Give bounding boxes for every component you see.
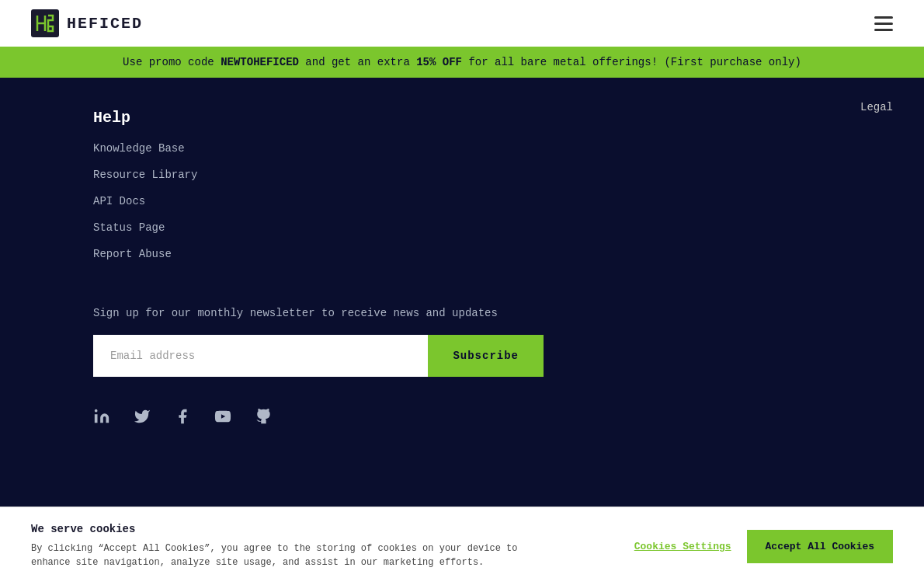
newsletter-text: Sign up for our monthly newsletter to re…: [93, 307, 893, 319]
subscribe-button[interactable]: Subscribe: [428, 335, 544, 377]
logo-area: HEFICED: [31, 9, 143, 37]
github-icon[interactable]: [255, 408, 272, 425]
logo-text: HEFICED: [67, 15, 143, 33]
cookie-title: We serve cookies: [31, 523, 544, 535]
help-link-knowledge-base[interactable]: Knowledge Base: [93, 142, 893, 155]
accept-all-cookies-button[interactable]: Accept All Cookies: [747, 530, 893, 563]
social-icons: [93, 408, 893, 425]
cookie-actions: Cookies Settings Accept All Cookies: [634, 530, 893, 563]
site-header: HEFICED: [0, 0, 924, 47]
cookies-settings-button[interactable]: Cookies Settings: [634, 541, 731, 552]
hamburger-button[interactable]: [874, 16, 893, 31]
cookie-banner: We serve cookies By clicking “Accept All…: [0, 507, 924, 585]
promo-text-before: Use promo code: [123, 56, 214, 68]
cookie-text-area: We serve cookies By clicking “Accept All…: [31, 523, 544, 569]
help-link-api-docs[interactable]: API Docs: [93, 195, 893, 207]
help-link-report-abuse[interactable]: Report Abuse: [93, 248, 893, 260]
promo-code: NEWTOHEFICED: [221, 56, 299, 68]
help-nav: Knowledge Base Resource Library API Docs…: [93, 142, 893, 260]
newsletter-section: Sign up for our monthly newsletter to re…: [93, 307, 893, 377]
help-title: Help: [93, 109, 893, 127]
twitter-icon[interactable]: [134, 408, 151, 425]
promo-discount: 15% OFF: [416, 56, 462, 68]
newsletter-form: Subscribe: [93, 335, 544, 377]
legal-link[interactable]: Legal: [860, 101, 893, 113]
svg-point-2: [95, 409, 98, 413]
help-link-resource-library[interactable]: Resource Library: [93, 169, 893, 181]
promo-text-middle2: and get an extra: [305, 56, 409, 68]
svg-rect-1: [95, 414, 98, 423]
youtube-icon[interactable]: [214, 408, 231, 425]
linkedin-icon[interactable]: [93, 408, 110, 425]
cookie-body-text: By clicking “Accept All Cookies”, you ag…: [31, 541, 544, 569]
promo-banner: Use promo code NEWTOHEFICED and get an e…: [0, 47, 924, 78]
main-content: Legal Help Knowledge Base Resource Libra…: [0, 78, 924, 513]
facebook-icon[interactable]: [174, 408, 191, 425]
help-link-status-page[interactable]: Status Page: [93, 221, 893, 234]
heficed-logo-icon: [31, 9, 59, 37]
email-input[interactable]: [93, 335, 428, 377]
help-section: Help Knowledge Base Resource Library API…: [93, 109, 893, 260]
promo-text-after: for all bare metal offerings! (First pur…: [468, 56, 801, 68]
